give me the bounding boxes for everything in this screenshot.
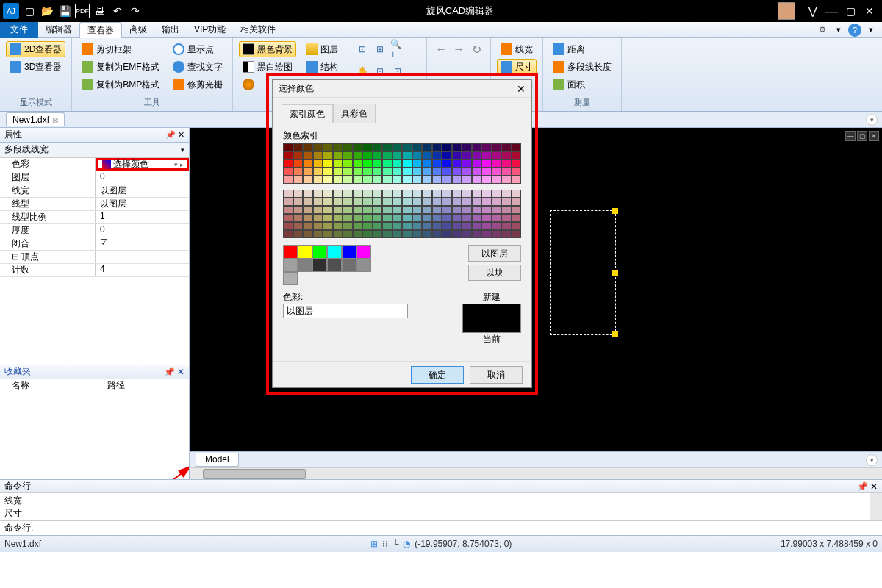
palette-cell[interactable] — [492, 230, 502, 238]
palette-cell[interactable] — [432, 176, 442, 184]
new-icon[interactable]: ▢ — [22, 4, 37, 18]
color-input[interactable] — [283, 304, 408, 318]
palette-cell[interactable] — [382, 214, 392, 222]
pdf-icon[interactable]: PDF — [75, 4, 90, 18]
palette-cell[interactable] — [462, 222, 472, 230]
nav-icon[interactable]: ← — [433, 41, 449, 57]
palette-cell[interactable] — [442, 168, 452, 176]
palette-cell[interactable] — [283, 190, 293, 198]
palette-cell[interactable] — [481, 190, 492, 198]
palette-cell[interactable] — [313, 222, 323, 230]
preset-gray[interactable] — [342, 259, 356, 272]
palette-cell[interactable] — [442, 176, 452, 184]
palette-cell[interactable] — [362, 190, 373, 198]
preset-gray[interactable] — [327, 259, 342, 272]
palette-cell[interactable] — [412, 214, 423, 222]
command-input[interactable] — [36, 523, 878, 534]
palette-cell[interactable] — [333, 143, 343, 151]
restore-icon[interactable]: — — [822, 4, 841, 18]
palette-cell[interactable] — [353, 168, 363, 176]
ribbon-item[interactable]: 2D查看器 — [6, 41, 65, 57]
palette-cell[interactable] — [501, 198, 512, 206]
pin-icon[interactable]: 📌 ✕ — [857, 481, 878, 492]
palette-cell[interactable] — [402, 206, 412, 214]
palette-cell[interactable] — [442, 198, 452, 206]
palette-cell[interactable] — [373, 190, 383, 198]
palette-cell[interactable] — [303, 198, 313, 206]
palette-cell[interactable] — [343, 206, 353, 214]
palette-cell[interactable] — [412, 176, 423, 184]
palette-cell[interactable] — [343, 159, 353, 168]
palette-cell[interactable] — [313, 206, 323, 214]
menu-1[interactable]: 查看器 — [79, 22, 122, 38]
tab-true-color[interactable]: 真彩色 — [333, 104, 376, 123]
palette-cell[interactable] — [392, 214, 403, 222]
palette-cell[interactable] — [382, 176, 392, 184]
palette-cell[interactable] — [412, 168, 423, 176]
palette-cell[interactable] — [333, 214, 343, 222]
palette-cell[interactable] — [422, 222, 432, 230]
palette-cell[interactable] — [402, 143, 412, 151]
palette-cell[interactable] — [353, 190, 363, 198]
ribbon-item[interactable]: 查找文字 — [169, 59, 226, 75]
palette-cell[interactable] — [481, 143, 492, 151]
palette-cell[interactable] — [432, 159, 442, 168]
palette-cell[interactable] — [303, 190, 313, 198]
palette-cell[interactable] — [303, 168, 313, 176]
palette-cell[interactable] — [382, 230, 392, 238]
palette-cell[interactable] — [402, 176, 412, 184]
preset-color[interactable] — [312, 245, 327, 259]
zoom-tool-icon[interactable]: ⊡ — [354, 41, 370, 57]
palette-cell[interactable] — [481, 230, 492, 238]
palette-cell[interactable] — [442, 151, 452, 159]
ribbon-item[interactable]: 线宽 — [497, 41, 537, 57]
palette-cell[interactable] — [313, 151, 323, 159]
palette-cell[interactable] — [492, 190, 502, 198]
palette-cell[interactable] — [283, 176, 293, 184]
palette-cell[interactable] — [412, 151, 423, 159]
palette-cell[interactable] — [362, 206, 373, 214]
palette-cell[interactable] — [472, 159, 482, 168]
preset-gray[interactable] — [283, 272, 298, 285]
palette-cell[interactable] — [432, 230, 442, 238]
palette-cell[interactable] — [362, 143, 373, 151]
palette-cell[interactable] — [373, 222, 383, 230]
menu-3[interactable]: 输出 — [154, 22, 187, 38]
palette-cell[interactable] — [492, 159, 502, 168]
palette-cell[interactable] — [462, 198, 472, 206]
palette-cell[interactable] — [392, 176, 403, 184]
palette-cell[interactable] — [432, 214, 442, 222]
palette-cell[interactable] — [402, 230, 412, 238]
palette-cell[interactable] — [512, 159, 522, 168]
property-row[interactable]: 闭合☑ — [0, 237, 189, 251]
palette-cell[interactable] — [283, 230, 293, 238]
palette-cell[interactable] — [402, 159, 412, 168]
palette-cell[interactable] — [333, 159, 343, 168]
palette-cell[interactable] — [362, 168, 373, 176]
palette-cell[interactable] — [293, 159, 304, 168]
palette-cell[interactable] — [501, 143, 512, 151]
palette-cell[interactable] — [452, 151, 462, 159]
ribbon-item[interactable]: 黑白绘图 — [239, 59, 296, 75]
save-icon[interactable]: 💾 — [57, 4, 72, 18]
preset-color[interactable] — [327, 245, 342, 259]
palette-cell[interactable] — [353, 143, 363, 151]
palette-cell[interactable] — [422, 206, 432, 214]
palette-cell[interactable] — [333, 230, 343, 238]
palette-cell[interactable] — [392, 168, 403, 176]
ribbon-item[interactable]: 剪切框架 — [78, 41, 163, 57]
palette-cell[interactable] — [362, 222, 373, 230]
palette-cell[interactable] — [501, 214, 512, 222]
preset-gray[interactable] — [312, 259, 327, 272]
dropdown-icon[interactable]: ▾ — [832, 24, 845, 37]
palette-cell[interactable] — [353, 230, 363, 238]
palette-cell[interactable] — [313, 190, 323, 198]
palette-cell[interactable] — [481, 168, 492, 176]
zoom-tool-icon[interactable]: ✋ — [354, 63, 370, 79]
palette-cell[interactable] — [392, 151, 403, 159]
palette-cell[interactable] — [333, 168, 343, 176]
resize-handle[interactable] — [612, 270, 618, 276]
palette-cell[interactable] — [313, 230, 323, 238]
ribbon-item[interactable]: 3D查看器 — [6, 59, 65, 75]
palette-cell[interactable] — [432, 198, 442, 206]
